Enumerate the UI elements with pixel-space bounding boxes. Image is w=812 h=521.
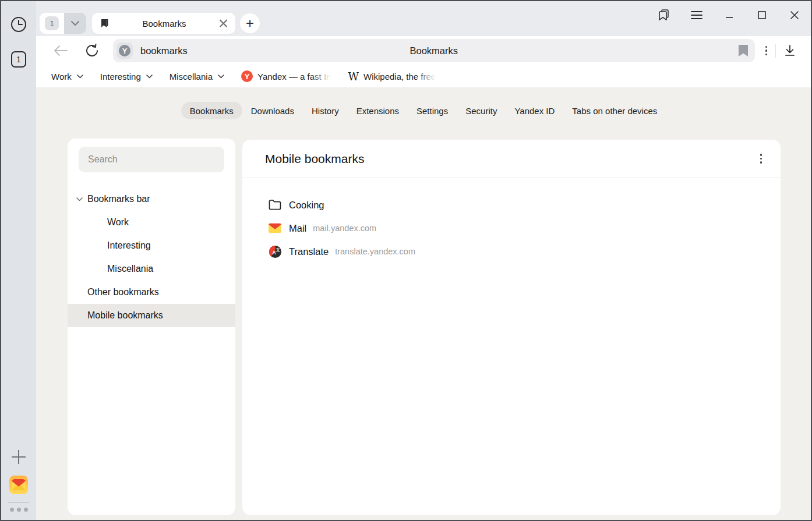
yandex-translate-icon: A 文 bbox=[269, 246, 281, 258]
url-text[interactable]: bookmarks bbox=[140, 45, 188, 56]
favbar-folder-miscellania[interactable]: Miscellania bbox=[170, 72, 224, 81]
reload-icon[interactable] bbox=[84, 42, 100, 59]
manager-nav-tabs: Bookmarks Downloads History Extensions S… bbox=[36, 102, 811, 119]
folder-title: Mobile bookmarks bbox=[265, 152, 364, 166]
downloads-icon[interactable] bbox=[782, 42, 798, 59]
bookmark-star-icon[interactable] bbox=[739, 45, 748, 56]
list-header: Mobile bookmarks bbox=[242, 140, 781, 178]
bookmarks-tree-panel: Bookmarks bar Work Interesting Miscellan… bbox=[68, 139, 235, 515]
tree-item-bookmarks-bar[interactable]: Bookmarks bar bbox=[68, 187, 235, 211]
bookmarks-tree: Bookmarks bar Work Interesting Miscellan… bbox=[68, 187, 235, 327]
list-item-translate[interactable]: A 文 Translate translate.yandex.com bbox=[242, 240, 781, 263]
tab-settings[interactable]: Settings bbox=[408, 102, 457, 119]
new-tab-button[interactable]: + bbox=[240, 13, 260, 33]
tab-close-icon[interactable] bbox=[219, 19, 228, 28]
favbar-folder-interesting[interactable]: Interesting bbox=[100, 72, 153, 81]
svg-text:文: 文 bbox=[275, 247, 280, 252]
yandex-red-icon: Y bbox=[241, 70, 253, 82]
rail-divider bbox=[8, 502, 29, 503]
favorites-bar: Work Interesting Miscellania Y Yandex — … bbox=[36, 65, 811, 87]
rail-more-icon[interactable] bbox=[10, 508, 28, 512]
toolbar: Y bookmarks Bookmarks bbox=[36, 36, 811, 65]
folder-icon bbox=[269, 200, 281, 210]
search-input[interactable] bbox=[79, 147, 224, 172]
tree-item-work[interactable]: Work bbox=[68, 211, 235, 234]
tab-extensions[interactable]: Extensions bbox=[348, 102, 408, 119]
tab-title: Bookmarks bbox=[110, 19, 219, 29]
list-item-cooking[interactable]: Cooking bbox=[242, 193, 781, 217]
site-badge: Y bbox=[116, 42, 133, 59]
left-rail: 1 bbox=[1, 1, 36, 520]
plus-icon: + bbox=[246, 17, 254, 29]
chevron-down-icon bbox=[71, 21, 79, 26]
close-button[interactable] bbox=[786, 7, 803, 23]
tab-group-count[interactable]: 1 bbox=[40, 13, 64, 34]
chevron-down-icon bbox=[146, 75, 153, 79]
maximize-button[interactable] bbox=[754, 7, 770, 23]
tree-item-mobile-bookmarks[interactable]: Mobile bookmarks bbox=[68, 304, 235, 327]
yandex-mail-icon bbox=[269, 223, 281, 233]
wikipedia-icon: W bbox=[348, 70, 359, 83]
tab-bookmarks[interactable]: Bookmarks bbox=[181, 102, 242, 119]
bookmark-tab-icon bbox=[99, 18, 110, 29]
tab-downloads[interactable]: Downloads bbox=[242, 102, 303, 119]
bookmarks-panel-icon[interactable] bbox=[656, 7, 672, 23]
yandex-favicon: Y bbox=[119, 45, 130, 56]
tab-group-chevron[interactable] bbox=[64, 13, 86, 34]
chevron-down-icon bbox=[77, 75, 83, 79]
rail-add-icon[interactable] bbox=[12, 450, 26, 464]
list-item-mail[interactable]: Mail mail.yandex.com bbox=[242, 217, 781, 240]
tree-item-other-bookmarks[interactable]: Other bookmarks bbox=[68, 281, 235, 304]
toolbar-divider bbox=[775, 44, 776, 58]
active-tab[interactable]: Bookmarks bbox=[92, 13, 235, 34]
tree-item-miscellania[interactable]: Miscellania bbox=[68, 257, 235, 281]
bookmark-list: Cooking Mail mail.yandex.com bbox=[242, 193, 781, 263]
address-bar[interactable]: Y bookmarks Bookmarks bbox=[113, 39, 755, 62]
bookmarks-list-panel: Mobile bookmarks Cooking Mail mail.yande… bbox=[242, 140, 781, 515]
bookmarks-manager-page: Bookmarks Downloads History Extensions S… bbox=[36, 87, 811, 520]
chevron-down-icon bbox=[218, 75, 224, 79]
menu-icon[interactable] bbox=[689, 7, 705, 23]
browser-window: 1 1 bbox=[0, 0, 812, 521]
tab-other-devices[interactable]: Tabs on other devices bbox=[563, 102, 666, 119]
page-title: Bookmarks bbox=[113, 45, 755, 56]
folder-kebab-icon[interactable] bbox=[758, 151, 765, 166]
history-clock-icon[interactable] bbox=[10, 16, 27, 33]
minimize-button[interactable] bbox=[721, 7, 737, 23]
favbar-link-yandex[interactable]: Y Yandex — a fast In bbox=[241, 70, 331, 82]
tab-history[interactable]: History bbox=[303, 102, 348, 119]
tab-strip: 1 Bookmarks + bbox=[36, 1, 811, 36]
favbar-folder-work[interactable]: Work bbox=[51, 72, 83, 81]
tab-group-chip[interactable]: 1 bbox=[40, 13, 86, 34]
favbar-link-wikipedia[interactable]: W Wikipedia, the free bbox=[348, 70, 436, 83]
tab-security[interactable]: Security bbox=[457, 102, 506, 119]
yandex-mail-app-icon[interactable] bbox=[9, 476, 28, 494]
back-icon[interactable] bbox=[52, 42, 69, 59]
rail-tab-counter[interactable]: 1 bbox=[11, 51, 26, 68]
chevron-down-icon[interactable] bbox=[76, 197, 87, 201]
toolbar-kebab-icon[interactable] bbox=[763, 44, 770, 58]
tree-item-interesting[interactable]: Interesting bbox=[68, 234, 235, 257]
tab-yandex-id[interactable]: Yandex ID bbox=[506, 102, 563, 119]
